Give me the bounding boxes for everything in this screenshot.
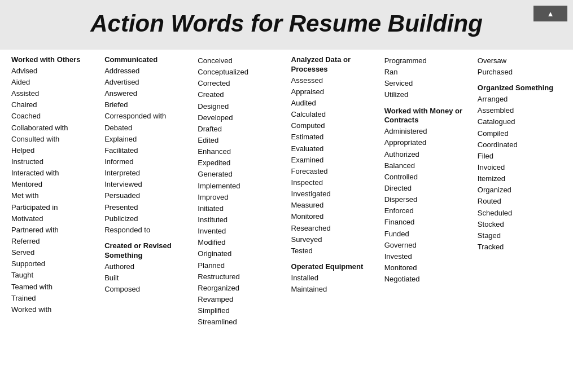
section-1-0: CommunicatedAddressedAdvertisedAnsweredB… — [104, 55, 189, 236]
word-item: Monitored — [291, 211, 375, 222]
section-4-1: Worked with Money or ContractsAdminister… — [384, 107, 469, 285]
word-item: Routed — [478, 196, 562, 207]
word-item: Aided — [11, 77, 95, 88]
section-title-3-1: Operated Equipment — [291, 262, 375, 272]
word-item: Built — [104, 272, 189, 284]
word-item: Chaired — [11, 99, 95, 111]
page-title: Action Words for Resume Building — [6, 10, 567, 37]
word-item: Expedited — [198, 157, 282, 169]
section-title-1-1: Created or Revised Something — [104, 241, 189, 261]
word-item: Advised — [11, 65, 95, 77]
word-item: Edited — [198, 135, 282, 146]
word-item: Revamped — [198, 294, 282, 305]
word-item: Scheduled — [478, 208, 562, 219]
word-item: Enforced — [384, 205, 469, 217]
column-4: ProgrammedRanServicedUtilizedWorked with… — [380, 55, 473, 333]
word-item: Monitored — [384, 262, 469, 274]
word-item: Taught — [11, 270, 95, 281]
word-item: Drafted — [198, 124, 282, 135]
word-item: Responded to — [104, 224, 189, 236]
word-item: Estimated — [291, 131, 375, 143]
word-item: Corrected — [198, 78, 282, 89]
word-item: Interacted with — [11, 168, 95, 179]
word-item: Worked with — [11, 304, 95, 315]
word-item: Persuaded — [104, 190, 189, 201]
section-3-0: Analyzed Data or ProcessesAssessedApprai… — [291, 55, 375, 257]
scroll-button[interactable]: ▲ — [533, 6, 567, 21]
word-item: Forecasted — [291, 166, 375, 177]
word-item: Designed — [198, 101, 282, 112]
word-item: Arranged — [478, 94, 562, 105]
word-item: Surveyed — [291, 234, 375, 245]
word-item: Consulted with — [11, 134, 95, 145]
word-item: Calculated — [291, 109, 375, 120]
word-item: Publicized — [104, 213, 189, 224]
word-item: Initiated — [198, 203, 282, 214]
word-item: Audited — [291, 98, 375, 109]
word-item: Interviewed — [104, 179, 189, 190]
word-item: Assessed — [291, 75, 375, 86]
word-item: Negotiated — [384, 274, 469, 285]
word-item: Invested — [384, 251, 469, 262]
word-item: Supported — [11, 258, 95, 270]
word-item: Researched — [291, 223, 375, 234]
word-item: Briefed — [104, 99, 189, 111]
word-item: Trained — [11, 293, 95, 304]
word-item: Explained — [104, 134, 189, 145]
word-item: Mentored — [11, 179, 95, 190]
word-item: Appraised — [291, 86, 375, 98]
section-0-0: Worked with OthersAdvisedAidedAssistedCh… — [11, 55, 95, 315]
section-title-5-1: Organized Something — [478, 83, 562, 93]
word-item: Compiled — [478, 128, 562, 139]
word-item: Inspected — [291, 177, 375, 188]
word-item: Installed — [291, 272, 375, 284]
word-item: Instituted — [198, 214, 282, 226]
word-item: Met with — [11, 190, 95, 201]
word-item: Addressed — [104, 65, 189, 77]
column-0: Worked with OthersAdvisedAidedAssistedCh… — [7, 55, 100, 333]
word-item: Tracked — [478, 241, 562, 253]
word-item: Instructed — [11, 156, 95, 168]
section-title-0-0: Worked with Others — [11, 55, 95, 65]
word-item: Debated — [104, 122, 189, 134]
word-item: Simplified — [198, 305, 282, 316]
word-item: Catalogued — [478, 116, 562, 127]
word-item: Advertised — [104, 77, 189, 88]
word-item: Enhanced — [198, 146, 282, 157]
word-item: Funded — [384, 228, 469, 240]
word-item: Directed — [384, 183, 469, 194]
word-item: Serviced — [384, 78, 469, 89]
word-item: Created — [198, 89, 282, 100]
word-item: Assembled — [478, 105, 562, 116]
word-item: Presented — [104, 202, 189, 213]
word-item: Composed — [104, 284, 189, 295]
word-item: Invented — [198, 226, 282, 237]
column-3: Analyzed Data or ProcessesAssessedApprai… — [287, 55, 380, 333]
word-item: Appropriated — [384, 137, 469, 148]
word-item: Teamed with — [11, 281, 95, 293]
word-item: Invoiced — [478, 162, 562, 173]
word-item: Investigated — [291, 188, 375, 200]
word-item: Purchased — [478, 67, 562, 78]
word-item: Authored — [104, 261, 189, 272]
word-item: Implemented — [198, 180, 282, 192]
word-item: Tested — [291, 245, 375, 257]
word-item: Modified — [198, 237, 282, 248]
content-area: Worked with OthersAdvisedAidedAssistedCh… — [0, 50, 573, 333]
word-item: Organized — [478, 184, 562, 196]
word-item: Originated — [198, 248, 282, 259]
section-title-1-0: Communicated — [104, 55, 189, 65]
word-item: Collaborated with — [11, 122, 95, 134]
word-item: Improved — [198, 192, 282, 203]
word-item: Motivated — [11, 213, 95, 224]
section-1-1: Created or Revised SomethingAuthoredBuil… — [104, 241, 189, 295]
section-2-0: ConceivedConceptualizedCorrectedCreatedD… — [198, 55, 282, 328]
word-item: Dispersed — [384, 194, 469, 205]
word-item: Participated in — [11, 202, 95, 213]
word-item: Oversaw — [478, 55, 562, 67]
section-4-0: ProgrammedRanServicedUtilized — [384, 55, 469, 101]
word-item: Itemized — [478, 173, 562, 184]
word-item: Programmed — [384, 55, 469, 67]
word-item: Facilitated — [104, 145, 189, 156]
word-item: Generated — [198, 169, 282, 180]
